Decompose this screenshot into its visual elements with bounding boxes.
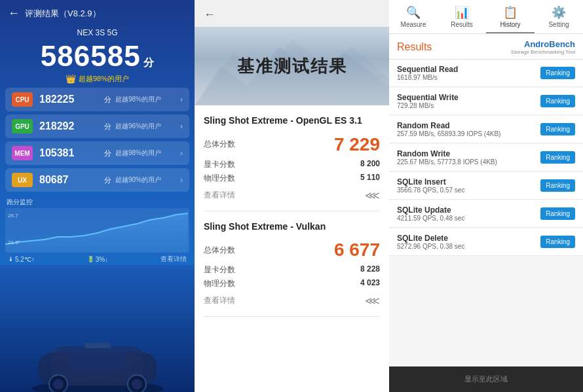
3dmark-vulkan-title: Sling Shot Extreme - Vulkan [204, 221, 380, 234]
ux-chevron-icon: › [180, 175, 183, 185]
sub-score-gpu[interactable]: GPU 218292 分 超越96%的用户 › [5, 115, 189, 138]
ab-row-rand-write-left: Random Write 225.67 MB/s, 57773.8 IOPS (… [397, 149, 540, 166]
ab-row-sqlite-insert: SQLite Insert 3566.78 QPS, 0.57 sec Rank… [389, 172, 583, 200]
gpu-unit: 分 [104, 122, 111, 132]
androbench-list: Sequential Read 1618.97 MB/s Ranking Seq… [389, 60, 583, 366]
temp-cpu-value: 5.2℃↑ [15, 256, 35, 263]
nav-setting[interactable]: ⚙️ Setting [535, 0, 583, 33]
antutu-title: 评测结果（V8.2.9） [25, 8, 101, 20]
androbench-results-header: Results AndroBench Storage Benchmarking … [389, 34, 583, 60]
ab-row-sqlite-delete: SQLite Delete 5272.96 QPS, 0.38 sec Rank… [389, 228, 583, 256]
3dmark-opengl-detail-link[interactable]: 查看详情 [204, 190, 235, 201]
androbench-logo: AndroBench Storage Benchmarking Tool [511, 39, 575, 55]
3dmark-vulkan-gpu-label: 显卡分数 [204, 264, 235, 276]
ab-row-sqlite-update: SQLite Update 4211.59 QPS, 0.48 sec Rank… [389, 200, 583, 228]
svg-point-7 [53, 379, 64, 389]
cpu-badge: CPU [12, 92, 33, 107]
cpu-score: 182225 [39, 94, 104, 105]
3dmark-hero: 基准测试结果 [195, 27, 389, 105]
sub-score-ux[interactable]: UX 80687 分 超越90%的用户 › [5, 168, 189, 192]
mem-badge: MEM [12, 146, 33, 160]
mem-rank: 超越98%的用户 [115, 149, 180, 158]
nav-history-label: History [500, 21, 520, 28]
ab-seq-write-ranking-btn[interactable]: Ranking [540, 95, 575, 107]
gpu-score: 218292 [39, 120, 104, 132]
ab-rand-read-name: Random Read [397, 121, 540, 130]
gpu-rank: 超越96%的用户 [115, 122, 180, 131]
monitor-label: 跑分监控 [5, 198, 189, 207]
ab-row-seq-read-left: Sequential Read 1618.97 MB/s [397, 65, 540, 81]
ab-row-rand-write: Random Write 225.67 MB/s, 57773.8 IOPS (… [389, 144, 583, 171]
3dmark-opengl-total-row: 总体分数 7 229 [204, 134, 380, 155]
ab-row-sqlite-insert-left: SQLite Insert 3566.78 QPS, 0.57 sec [397, 177, 540, 194]
3dmark-opengl-gpu-label: 显卡分数 [204, 159, 235, 170]
3dmark-section-opengl: Sling Shot Extreme - OpenGL ES 3.1 总体分数 … [204, 105, 380, 211]
antutu-header: ← 评测结果（V8.2.9） [0, 0, 195, 27]
ux-score: 80687 [39, 174, 104, 186]
3dmark-opengl-detail-row: 查看详情 ⋘ [204, 189, 380, 202]
cpu-chevron-icon: › [180, 95, 183, 104]
crown-icon: 👑 [66, 74, 76, 84]
3dmark-vulkan-phys-value: 4 023 [360, 278, 380, 289]
3dmark-vulkan-gpu-value: 8 228 [360, 264, 380, 276]
3dmark-opengl-title: Sling Shot Extreme - OpenGL ES 3.1 [204, 115, 380, 128]
ux-rank: 超越90%的用户 [115, 175, 180, 185]
3dmark-vulkan-total-row: 总体分数 6 677 [204, 240, 380, 260]
cpu-unit: 分 [104, 95, 111, 105]
ab-sqlite-insert-name: SQLite Insert [397, 177, 540, 187]
cpu-rank: 超越98%的用户 [115, 95, 180, 104]
sub-score-cpu[interactable]: CPU 182225 分 超越98%的用户 › [5, 88, 189, 111]
chart-svg: 26.7 21.5° [5, 208, 189, 253]
scooter-image [12, 333, 183, 392]
ab-rand-write-value: 225.67 MB/s, 57773.8 IOPS (4KB) [397, 158, 540, 166]
antutu-back-icon[interactable]: ← [8, 7, 20, 20]
ab-seq-read-ranking-btn[interactable]: Ranking [540, 67, 575, 79]
3dmark-opengl-gpu-row: 显卡分数 8 200 [204, 159, 380, 170]
share-icon-vulkan[interactable]: ⋘ [365, 294, 380, 307]
antutu-score-main: 586585 分 [0, 37, 195, 74]
3dmark-back-icon[interactable]: ← [204, 8, 216, 22]
nav-history[interactable]: 📋 History [486, 0, 535, 33]
ux-unit: 分 [104, 175, 111, 185]
3dmark-vulkan-total-label: 总体分数 [204, 245, 235, 256]
nav-measure[interactable]: 🔍 Measure [389, 0, 438, 33]
bottom-banner-text: 显示至此区域 [464, 375, 508, 383]
ab-sqlite-delete-ranking-btn[interactable]: Ranking [540, 236, 575, 248]
measure-icon: 🔍 [406, 5, 421, 20]
sub-score-mem[interactable]: MEM 105381 分 超越98%的用户 › [5, 141, 189, 165]
ab-sqlite-insert-ranking-btn[interactable]: Ranking [540, 179, 575, 192]
androbench-bottom-banner: 显示至此区域 [389, 366, 583, 392]
ab-rand-read-ranking-btn[interactable]: Ranking [540, 123, 575, 135]
results-icon: 📊 [455, 5, 469, 20]
ab-sqlite-update-ranking-btn[interactable]: Ranking [540, 207, 575, 220]
ab-rand-write-name: Random Write [397, 149, 540, 158]
temp-bat-value: 3%↓ [96, 256, 108, 263]
thermometer-icon: 🌡 [8, 256, 14, 262]
antutu-monitor-section: 跑分监控 26.7 21.5° 🌡 5.2℃↑ � [0, 195, 195, 265]
antutu-score-number: 586585 [41, 40, 141, 72]
antutu-panel: ← 评测结果（V8.2.9） NEX 3S 5G 586585 分 👑 超越98… [0, 0, 195, 392]
3dmark-opengl-phys-value: 5 110 [360, 173, 380, 184]
ab-sqlite-update-value: 4211.59 QPS, 0.48 sec [397, 215, 540, 222]
ab-sqlite-delete-name: SQLite Delete [397, 234, 540, 243]
3dmark-vulkan-detail-link[interactable]: 查看详情 [204, 295, 235, 306]
ab-sqlite-delete-value: 5272.96 QPS, 0.38 sec [397, 243, 540, 250]
svg-point-9 [132, 379, 142, 389]
3dmark-vulkan-phys-label: 物理分数 [204, 278, 235, 289]
antutu-detail-link[interactable]: 查看详情 [160, 255, 187, 264]
3dmark-vulkan-total-value: 6 677 [334, 240, 380, 260]
3dmark-vulkan-detail-row: 查看详情 ⋘ [204, 294, 380, 307]
3dmark-opengl-phys-row: 物理分数 5 110 [204, 173, 380, 184]
nav-setting-label: Setting [548, 21, 569, 28]
share-icon-opengl[interactable]: ⋘ [365, 189, 380, 202]
3dmark-hero-title: 基准测试结果 [237, 55, 347, 78]
svg-rect-10 [85, 343, 111, 348]
ab-seq-write-name: Sequential Write [397, 93, 540, 102]
ab-rand-write-ranking-btn[interactable]: Ranking [540, 151, 575, 164]
svg-rect-11 [68, 349, 127, 369]
3dmark-vulkan-phys-row: 物理分数 4 023 [204, 278, 380, 289]
ux-badge: UX [12, 173, 33, 187]
nav-results-label: Results [451, 21, 472, 28]
nav-results[interactable]: 📊 Results [438, 0, 486, 33]
3dmark-panel: ← 基准测试结果 Sling Shot Extreme - OpenGL ES … [195, 0, 389, 392]
